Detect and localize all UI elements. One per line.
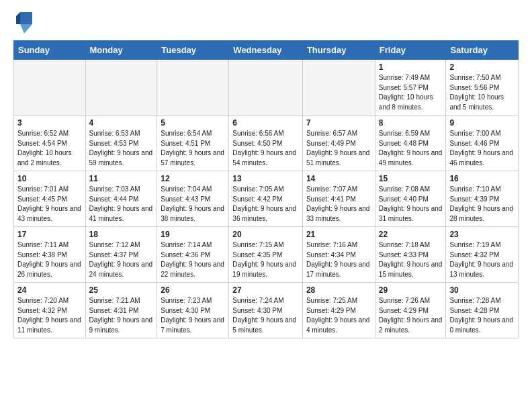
logo-icon xyxy=(13,11,35,35)
calendar-cell: 19Sunrise: 7:14 AMSunset: 4:36 PMDayligh… xyxy=(157,227,229,283)
calendar-cell: 6Sunrise: 6:56 AMSunset: 4:50 PMDaylight… xyxy=(229,116,303,171)
day-info: Sunrise: 7:26 AMSunset: 4:29 PMDaylight:… xyxy=(379,296,443,335)
calendar-header-sunday: Sunday xyxy=(14,41,86,60)
calendar-header-row: SundayMondayTuesdayWednesdayThursdayFrid… xyxy=(14,41,519,60)
day-number: 12 xyxy=(161,174,225,183)
svg-marker-2 xyxy=(16,12,20,24)
day-info: Sunrise: 6:59 AMSunset: 4:48 PMDaylight:… xyxy=(379,129,443,168)
day-info: Sunrise: 7:49 AMSunset: 5:57 PMDaylight:… xyxy=(379,73,443,112)
calendar-cell xyxy=(302,60,375,116)
day-number: 27 xyxy=(232,285,299,295)
day-info: Sunrise: 7:23 AMSunset: 4:30 PMDaylight:… xyxy=(161,296,225,335)
day-number: 7 xyxy=(306,118,371,128)
day-number: 15 xyxy=(379,174,443,183)
calendar-cell: 27Sunrise: 7:24 AMSunset: 4:30 PMDayligh… xyxy=(229,283,303,338)
calendar-cell xyxy=(157,60,229,116)
day-info: Sunrise: 7:20 AMSunset: 4:32 PMDaylight:… xyxy=(17,296,82,335)
day-number: 5 xyxy=(161,118,225,128)
calendar-cell: 9Sunrise: 7:00 AMSunset: 4:46 PMDaylight… xyxy=(446,116,519,171)
calendar-cell: 1Sunrise: 7:49 AMSunset: 5:57 PMDaylight… xyxy=(375,60,446,116)
calendar-week-0: 1Sunrise: 7:49 AMSunset: 5:57 PMDaylight… xyxy=(14,60,519,116)
calendar-cell: 10Sunrise: 7:01 AMSunset: 4:45 PMDayligh… xyxy=(14,171,86,227)
day-number: 1 xyxy=(379,62,443,72)
day-number: 21 xyxy=(306,230,371,239)
day-info: Sunrise: 7:01 AMSunset: 4:45 PMDaylight:… xyxy=(17,185,82,224)
calendar-cell: 23Sunrise: 7:19 AMSunset: 4:32 PMDayligh… xyxy=(446,227,519,283)
day-info: Sunrise: 7:08 AMSunset: 4:40 PMDaylight:… xyxy=(379,185,443,224)
day-number: 22 xyxy=(379,230,443,239)
day-number: 23 xyxy=(449,230,515,239)
day-number: 29 xyxy=(379,285,443,295)
calendar-cell: 14Sunrise: 7:07 AMSunset: 4:41 PMDayligh… xyxy=(302,171,375,227)
day-number: 14 xyxy=(306,174,371,183)
day-number: 9 xyxy=(449,118,515,128)
calendar-header-friday: Friday xyxy=(375,41,446,60)
calendar-cell: 12Sunrise: 7:04 AMSunset: 4:43 PMDayligh… xyxy=(157,171,229,227)
day-number: 30 xyxy=(449,285,515,295)
calendar-week-1: 3Sunrise: 6:52 AMSunset: 4:54 PMDaylight… xyxy=(14,116,519,171)
day-number: 24 xyxy=(17,285,82,295)
calendar-cell xyxy=(85,60,157,116)
day-info: Sunrise: 7:15 AMSunset: 4:35 PMDaylight:… xyxy=(232,240,299,279)
day-number: 8 xyxy=(379,118,443,128)
day-number: 3 xyxy=(17,118,82,128)
calendar: SundayMondayTuesdayWednesdayThursdayFrid… xyxy=(13,40,519,338)
day-info: Sunrise: 6:54 AMSunset: 4:51 PMDaylight:… xyxy=(161,129,225,168)
day-info: Sunrise: 7:10 AMSunset: 4:39 PMDaylight:… xyxy=(449,185,515,224)
day-info: Sunrise: 7:50 AMSunset: 5:56 PMDaylight:… xyxy=(449,73,515,112)
calendar-cell xyxy=(229,60,303,116)
header xyxy=(13,11,519,35)
calendar-header-wednesday: Wednesday xyxy=(229,41,303,60)
day-info: Sunrise: 7:00 AMSunset: 4:46 PMDaylight:… xyxy=(449,129,515,168)
calendar-cell: 8Sunrise: 6:59 AMSunset: 4:48 PMDaylight… xyxy=(375,116,446,171)
day-info: Sunrise: 7:12 AMSunset: 4:37 PMDaylight:… xyxy=(89,240,154,279)
calendar-cell: 25Sunrise: 7:21 AMSunset: 4:31 PMDayligh… xyxy=(85,283,157,338)
calendar-cell: 4Sunrise: 6:53 AMSunset: 4:53 PMDaylight… xyxy=(85,116,157,171)
svg-marker-0 xyxy=(20,12,32,24)
calendar-week-4: 24Sunrise: 7:20 AMSunset: 4:32 PMDayligh… xyxy=(14,283,519,338)
calendar-cell: 17Sunrise: 7:11 AMSunset: 4:38 PMDayligh… xyxy=(14,227,86,283)
day-number: 28 xyxy=(306,285,371,295)
day-info: Sunrise: 7:04 AMSunset: 4:43 PMDaylight:… xyxy=(161,185,225,224)
calendar-cell: 29Sunrise: 7:26 AMSunset: 4:29 PMDayligh… xyxy=(375,283,446,338)
day-info: Sunrise: 7:05 AMSunset: 4:42 PMDaylight:… xyxy=(232,185,299,224)
calendar-cell: 3Sunrise: 6:52 AMSunset: 4:54 PMDaylight… xyxy=(14,116,86,171)
calendar-cell: 2Sunrise: 7:50 AMSunset: 5:56 PMDaylight… xyxy=(446,60,519,116)
calendar-cell: 5Sunrise: 6:54 AMSunset: 4:51 PMDaylight… xyxy=(157,116,229,171)
day-info: Sunrise: 7:21 AMSunset: 4:31 PMDaylight:… xyxy=(89,296,154,335)
day-info: Sunrise: 7:28 AMSunset: 4:28 PMDaylight:… xyxy=(449,296,515,335)
day-info: Sunrise: 7:25 AMSunset: 4:29 PMDaylight:… xyxy=(306,296,371,335)
calendar-header-saturday: Saturday xyxy=(446,41,519,60)
calendar-header-thursday: Thursday xyxy=(302,41,375,60)
calendar-cell: 13Sunrise: 7:05 AMSunset: 4:42 PMDayligh… xyxy=(229,171,303,227)
day-info: Sunrise: 7:19 AMSunset: 4:32 PMDaylight:… xyxy=(449,240,515,279)
calendar-cell: 16Sunrise: 7:10 AMSunset: 4:39 PMDayligh… xyxy=(446,171,519,227)
calendar-week-2: 10Sunrise: 7:01 AMSunset: 4:45 PMDayligh… xyxy=(14,171,519,227)
calendar-cell: 15Sunrise: 7:08 AMSunset: 4:40 PMDayligh… xyxy=(375,171,446,227)
day-number: 26 xyxy=(161,285,225,295)
day-info: Sunrise: 6:53 AMSunset: 4:53 PMDaylight:… xyxy=(89,129,154,168)
day-info: Sunrise: 7:07 AMSunset: 4:41 PMDaylight:… xyxy=(306,185,371,224)
page: SundayMondayTuesdayWednesdayThursdayFrid… xyxy=(0,0,532,347)
calendar-cell: 18Sunrise: 7:12 AMSunset: 4:37 PMDayligh… xyxy=(85,227,157,283)
logo xyxy=(13,11,38,35)
day-number: 2 xyxy=(449,62,515,72)
calendar-cell: 11Sunrise: 7:03 AMSunset: 4:44 PMDayligh… xyxy=(85,171,157,227)
day-number: 13 xyxy=(232,174,299,183)
calendar-cell: 28Sunrise: 7:25 AMSunset: 4:29 PMDayligh… xyxy=(302,283,375,338)
day-info: Sunrise: 7:11 AMSunset: 4:38 PMDaylight:… xyxy=(17,240,82,279)
day-number: 18 xyxy=(89,230,154,239)
day-number: 20 xyxy=(232,230,299,239)
day-info: Sunrise: 7:18 AMSunset: 4:33 PMDaylight:… xyxy=(379,240,443,279)
day-info: Sunrise: 6:52 AMSunset: 4:54 PMDaylight:… xyxy=(17,129,82,168)
calendar-cell: 7Sunrise: 6:57 AMSunset: 4:49 PMDaylight… xyxy=(302,116,375,171)
day-number: 17 xyxy=(17,230,82,239)
calendar-cell: 30Sunrise: 7:28 AMSunset: 4:28 PMDayligh… xyxy=(446,283,519,338)
day-number: 10 xyxy=(17,174,82,183)
day-info: Sunrise: 7:03 AMSunset: 4:44 PMDaylight:… xyxy=(89,185,154,224)
day-info: Sunrise: 7:16 AMSunset: 4:34 PMDaylight:… xyxy=(306,240,371,279)
day-info: Sunrise: 7:14 AMSunset: 4:36 PMDaylight:… xyxy=(161,240,225,279)
day-number: 16 xyxy=(449,174,515,183)
day-info: Sunrise: 6:57 AMSunset: 4:49 PMDaylight:… xyxy=(306,129,371,168)
day-number: 19 xyxy=(161,230,225,239)
